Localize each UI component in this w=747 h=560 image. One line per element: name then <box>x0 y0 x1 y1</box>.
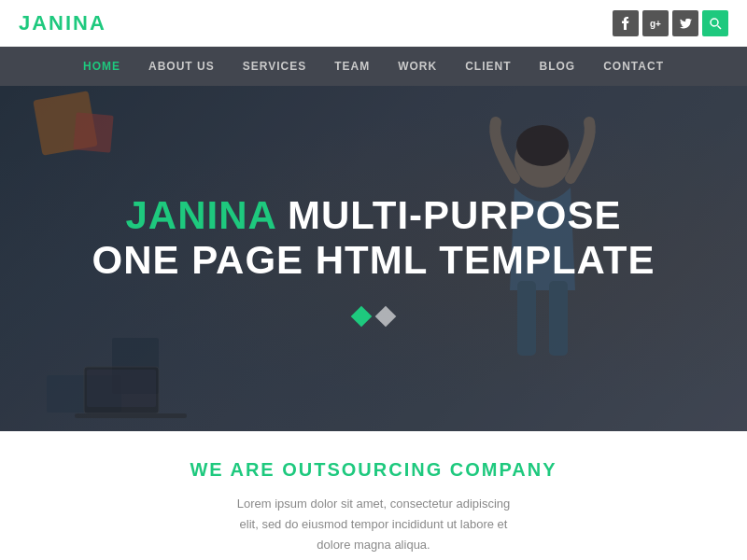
site-logo: JANINA <box>19 11 106 35</box>
nav-blog[interactable]: BLOG <box>540 60 576 73</box>
social-icons-group: g+ <box>613 10 728 36</box>
facebook-icon[interactable] <box>613 10 639 36</box>
info-section: WE ARE OUTSOURCING COMPANY Lorem ipsum d… <box>0 431 747 560</box>
hero-title: JANINA MULTI-PURPOSE ONE PAGE HTML TEMPL… <box>92 193 655 284</box>
hero-dot-1[interactable] <box>351 306 373 328</box>
nav-contact[interactable]: CONTACT <box>603 60 664 73</box>
hero-title-line2: ONE PAGE HTML TEMPLATE <box>92 238 655 282</box>
section-text: Lorem ipsum dolor sit amet, consectetur … <box>19 494 728 555</box>
search-icon-button[interactable] <box>702 10 728 36</box>
hero-dots <box>92 309 655 324</box>
nav-client[interactable]: CLIENT <box>465 60 511 73</box>
hero-title-accent: JANINA <box>125 193 275 237</box>
hero-dot-2[interactable] <box>375 306 397 328</box>
nav-services[interactable]: SERVICES <box>243 60 306 73</box>
top-bar: JANINA g+ <box>0 0 747 47</box>
svg-point-0 <box>711 19 718 26</box>
twitter-icon[interactable] <box>672 10 698 36</box>
hero-content: JANINA MULTI-PURPOSE ONE PAGE HTML TEMPL… <box>92 193 655 325</box>
googleplus-icon[interactable]: g+ <box>642 10 669 36</box>
nav-work[interactable]: WORK <box>398 60 437 73</box>
nav-team[interactable]: TEAM <box>334 60 370 73</box>
nav-about[interactable]: ABOUT US <box>148 60 215 73</box>
nav-home[interactable]: HOME <box>83 60 120 73</box>
main-navbar: HOME ABOUT US SERVICES TEAM WORK CLIENT … <box>0 47 747 86</box>
svg-line-1 <box>717 25 721 29</box>
hero-title-rest: MULTI-PURPOSE <box>275 193 621 237</box>
hero-section: JANINA MULTI-PURPOSE ONE PAGE HTML TEMPL… <box>0 86 747 431</box>
section-title: WE ARE OUTSOURCING COMPANY <box>19 459 728 481</box>
